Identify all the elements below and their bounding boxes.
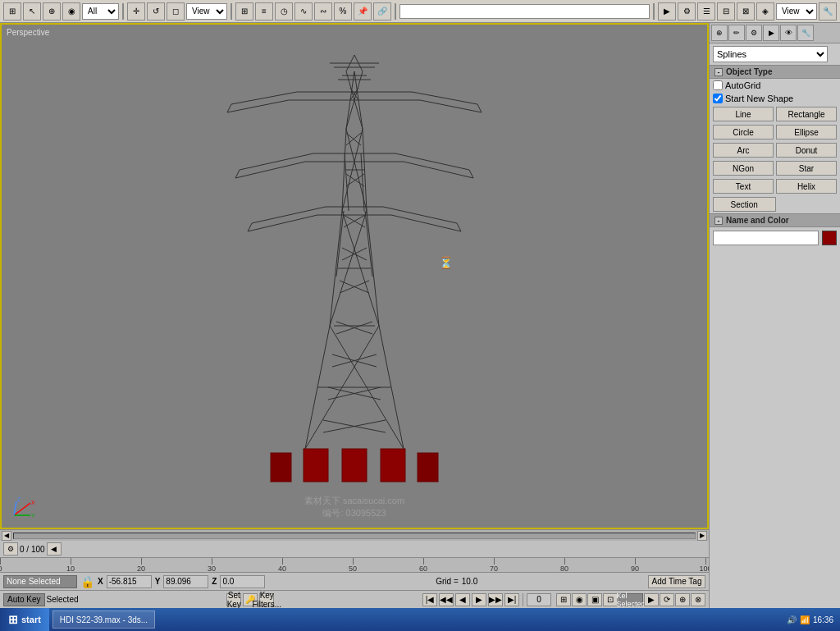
btn-line[interactable]: Line: [713, 107, 774, 121]
color-swatch[interactable]: [822, 231, 837, 245]
toolbar-btn-end[interactable]: 🔧: [819, 2, 837, 21]
name-input[interactable]: [713, 231, 819, 245]
splines-select[interactable]: Splines: [713, 46, 828, 62]
toolbar-btn-r3[interactable]: ☰: [697, 2, 715, 21]
scene-search[interactable]: [399, 4, 650, 19]
axis-indicator: X Y Z: [10, 495, 34, 519]
toolbar-btn-move[interactable]: ⊕: [43, 2, 61, 21]
toolbar-btn-rotate[interactable]: ↺: [147, 2, 165, 21]
toolbar-btn-snap[interactable]: ✛: [127, 2, 145, 21]
base-block-3: [381, 449, 405, 482]
view-dropdown-2[interactable]: View: [776, 3, 817, 20]
next-key-btn[interactable]: ▶▶: [488, 593, 503, 606]
panel-icon-motion[interactable]: ▶: [763, 25, 779, 41]
toolbar-btn-pin[interactable]: 📌: [354, 2, 372, 21]
toolbar-btn-1[interactable]: ⊞: [3, 2, 21, 21]
btn-helix[interactable]: Helix: [776, 179, 837, 194]
btn-ellipse[interactable]: Ellipse: [776, 125, 837, 139]
prev-key-btn[interactable]: ◀◀: [439, 593, 454, 606]
autogrid-checkbox[interactable]: [713, 80, 723, 90]
panel-icon-create[interactable]: ⊕: [711, 25, 728, 41]
play-back-btn[interactable]: ◀: [455, 593, 470, 606]
toolbar-btn-percent[interactable]: %: [334, 2, 352, 21]
scroll-track[interactable]: [13, 533, 696, 539]
toolbar-btn-curve[interactable]: ∿: [294, 2, 313, 21]
toolbar-btn-scale[interactable]: ◻: [167, 2, 185, 21]
toolbar-btn-r1[interactable]: ▶: [658, 2, 676, 21]
z-input[interactable]: 0.0: [220, 575, 265, 588]
btn-row-2: Circle Ellipse: [710, 123, 840, 141]
key-filters-btn[interactable]: Key Filters...: [259, 593, 274, 606]
panel-icon-hierarchy[interactable]: ⚙: [746, 25, 762, 41]
play-btn[interactable]: ▶: [472, 593, 486, 606]
anim-btn-2[interactable]: ◉: [572, 593, 587, 606]
btn-section[interactable]: Section: [713, 197, 776, 212]
toolbar-btn-align[interactable]: ≡: [255, 2, 273, 21]
tick-90: [635, 558, 636, 565]
anim-btn-1[interactable]: ⊞: [556, 593, 571, 606]
panel-icon-display[interactable]: 👁: [780, 25, 797, 41]
timeline-ruler[interactable]: 0102030405060708090100: [0, 557, 709, 572]
y-input[interactable]: 89.096: [163, 575, 208, 588]
set-key-btn[interactable]: Set Key: [226, 593, 241, 606]
viewport[interactable]: Perspective: [0, 23, 709, 529]
toolbar-btn-3[interactable]: ◉: [62, 2, 80, 21]
btn-rectangle[interactable]: Rectangle: [776, 107, 837, 121]
toolbar-btn-select[interactable]: ↖: [23, 2, 41, 21]
splines-dropdown-row: Splines: [710, 43, 840, 65]
anim-btn-6[interactable]: ⟳: [660, 593, 674, 606]
btn-row-4: NGon Star: [710, 159, 840, 177]
frame-counter: 0 / 100: [20, 545, 45, 554]
anim-btn-3[interactable]: ▣: [587, 593, 602, 606]
btn-text[interactable]: Text: [713, 179, 774, 194]
toolbar-btn-r4[interactable]: ⊟: [717, 2, 735, 21]
toolbar-btn-curve2[interactable]: ∾: [314, 2, 332, 21]
x-input[interactable]: -56.815: [107, 575, 152, 588]
view-dropdown-1[interactable]: View: [186, 3, 227, 20]
scroll-right[interactable]: ▶: [697, 531, 707, 541]
anim-btn-8[interactable]: ⊗: [691, 593, 705, 606]
add-time-tag-btn[interactable]: Add Time Tag: [648, 575, 705, 588]
start-new-shape-checkbox[interactable]: [713, 94, 723, 103]
timeline-config-btn[interactable]: ⚙: [3, 542, 18, 556]
prev-frame-btn[interactable]: ◀: [47, 542, 62, 556]
svg-line-30: [252, 207, 326, 223]
btn-row-3: Arc Donut: [710, 141, 840, 159]
svg-line-12: [227, 104, 231, 112]
toolbar-btn-r6[interactable]: ◈: [756, 2, 774, 21]
toolbar-btn-layer[interactable]: ◷: [275, 2, 293, 21]
goto-end-btn[interactable]: ▶|: [504, 593, 519, 606]
btn-ngon[interactable]: NGon: [713, 161, 774, 176]
separator-4: [653, 3, 655, 20]
btn-arc[interactable]: Arc: [713, 143, 774, 158]
goto-start-btn[interactable]: |◀: [422, 593, 437, 606]
separator-1: [122, 3, 124, 20]
panel-icon-utils[interactable]: 🔧: [797, 25, 814, 41]
object-type-collapse[interactable]: -: [714, 68, 723, 76]
svg-text:Y: Y: [31, 513, 34, 519]
btn-star[interactable]: Star: [776, 161, 837, 176]
taskbar-item-3ds[interactable]: HDI S22-39.max - 3ds...: [52, 610, 155, 629]
name-color-collapse[interactable]: -: [714, 217, 723, 225]
separator-3: [395, 3, 396, 20]
svg-line-33: [383, 207, 457, 223]
frame-input[interactable]: [527, 593, 551, 606]
autogrid-label: AutoGrid: [725, 80, 760, 90]
svg-line-15: [477, 104, 482, 112]
y-label: Y: [155, 577, 161, 586]
anim-btn-5[interactable]: ▶: [644, 593, 659, 606]
filter-dropdown[interactable]: All: [82, 3, 119, 20]
anim-btn-4[interactable]: ⊡: [603, 593, 618, 606]
btn-donut[interactable]: Donut: [776, 143, 837, 158]
toolbar-btn-r5[interactable]: ⊠: [737, 2, 755, 21]
tick-50: [353, 558, 354, 565]
btn-circle[interactable]: Circle: [713, 125, 774, 139]
toolbar-btn-wire[interactable]: 🔗: [373, 2, 391, 21]
panel-icon-modify[interactable]: ✏: [728, 25, 745, 41]
anim-btn-7[interactable]: ⊕: [675, 593, 690, 606]
scroll-left[interactable]: ◀: [2, 531, 11, 541]
start-button[interactable]: ⊞ start: [0, 608, 49, 631]
toolbar-btn-r2[interactable]: ⚙: [678, 2, 696, 21]
auto-key-btn[interactable]: Auto Key: [3, 593, 45, 606]
toolbar-btn-mirror[interactable]: ⊞: [235, 2, 253, 21]
